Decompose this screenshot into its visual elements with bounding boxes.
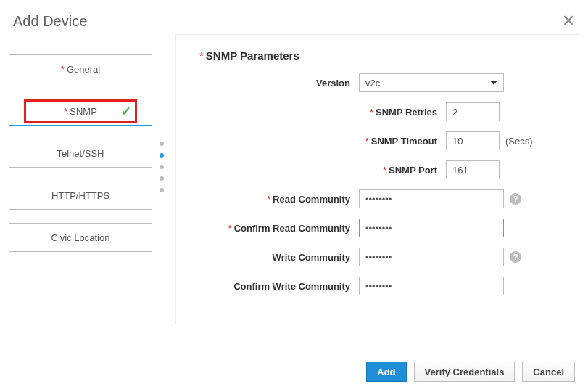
sidebar-item-label: *SNMP <box>64 106 97 117</box>
step-dot <box>160 176 164 181</box>
help-icon[interactable]: ? <box>510 193 521 205</box>
close-icon[interactable]: ✕ <box>562 13 575 29</box>
sidebar-item-http-https[interactable]: HTTP/HTTPS <box>9 181 152 210</box>
write-community-input[interactable] <box>359 248 504 266</box>
confirm-read-community-input[interactable] <box>359 219 504 237</box>
read-community-input[interactable] <box>359 189 504 208</box>
required-asterisk: * <box>365 136 369 147</box>
version-select[interactable]: v2c <box>359 73 504 92</box>
sidebar-item-label: Civic Location <box>51 232 110 243</box>
label-read-community: *Read Community <box>199 194 359 205</box>
sidebar-item-telnet-ssh[interactable]: Telnet/SSH <box>9 139 152 168</box>
chevron-down-icon <box>490 81 497 85</box>
required-asterisk: * <box>267 194 270 205</box>
step-dot <box>160 165 164 169</box>
step-dot-active <box>160 153 164 158</box>
label-version: Version <box>199 78 359 89</box>
required-asterisk: * <box>199 49 204 62</box>
label-timeout: *SNMP Timeout <box>199 136 446 147</box>
step-dots <box>160 34 168 324</box>
sidebar: *General *SNMP ✓ Telnet/SSH HTTP/HTTPS C… <box>9 34 152 324</box>
label-write-community: Write Community <box>199 252 359 263</box>
timeout-suffix: (Secs) <box>505 136 533 147</box>
required-asterisk: * <box>370 107 373 118</box>
form-panel: *SNMP Parameters Version v2c *SNMP Retri… <box>175 34 579 324</box>
timeout-input[interactable] <box>446 131 500 150</box>
label-port: *SNMP Port <box>199 165 446 176</box>
sidebar-item-label: Telnet/SSH <box>57 148 104 159</box>
sidebar-item-snmp[interactable]: *SNMP ✓ <box>9 97 152 126</box>
required-asterisk: * <box>64 106 67 117</box>
required-asterisk: * <box>228 223 232 234</box>
required-asterisk: * <box>61 64 65 75</box>
help-icon[interactable]: ? <box>510 251 521 263</box>
required-asterisk: * <box>383 165 386 176</box>
dialog-title: Add Device <box>13 13 87 30</box>
label-retries: *SNMP Retries <box>199 107 446 118</box>
footer-buttons: Add Verify Credentials Cancel <box>366 362 575 382</box>
sidebar-item-label: *General <box>61 64 100 75</box>
add-button[interactable]: Add <box>366 362 406 382</box>
cancel-button[interactable]: Cancel <box>522 362 575 382</box>
step-dot <box>160 188 164 192</box>
retries-input[interactable] <box>446 102 500 121</box>
checkmark-icon: ✓ <box>121 104 131 119</box>
confirm-write-community-input[interactable] <box>359 277 504 295</box>
sidebar-item-label: HTTP/HTTPS <box>51 190 109 201</box>
label-confirm-read-community: *Confirm Read Community <box>199 223 359 234</box>
sidebar-item-civic-location[interactable]: Civic Location <box>9 223 152 252</box>
version-select-value: v2c <box>365 78 380 89</box>
step-dot <box>160 142 164 146</box>
label-confirm-write-community: Confirm Write Community <box>199 281 359 292</box>
sidebar-item-general[interactable]: *General <box>9 54 152 83</box>
verify-credentials-button[interactable]: Verify Credentials <box>414 362 515 382</box>
section-title: *SNMP Parameters <box>199 49 555 62</box>
port-input[interactable] <box>446 160 500 179</box>
